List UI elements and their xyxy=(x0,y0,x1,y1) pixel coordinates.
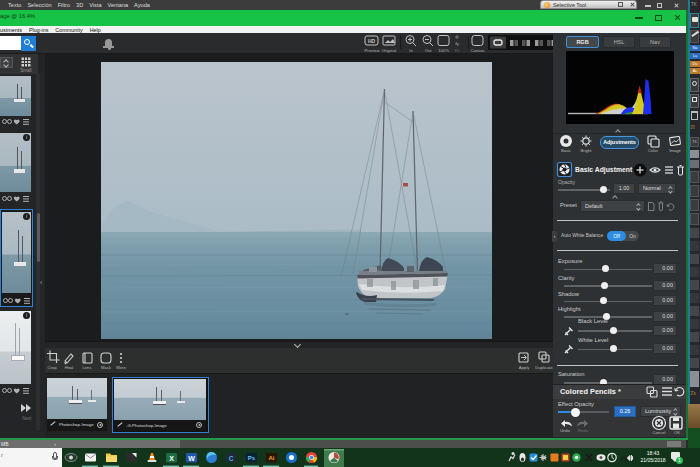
svg-text:Heal: Heal xyxy=(65,365,74,370)
svg-text:Apply: Apply xyxy=(519,365,530,370)
svg-text:X: X xyxy=(169,455,174,462)
svg-text:Fit: Fit xyxy=(455,48,460,53)
svg-text:Duplicate: Duplicate xyxy=(535,365,553,370)
svg-text:C: C xyxy=(229,455,234,462)
svg-text:Crop: Crop xyxy=(47,365,57,370)
svg-text:More: More xyxy=(116,365,126,370)
svg-text:Original: Original xyxy=(382,48,396,53)
svg-text:Preview: Preview xyxy=(365,48,381,53)
svg-text:Mask: Mask xyxy=(101,365,112,370)
svg-text:Out: Out xyxy=(425,48,433,53)
svg-text:100%: 100% xyxy=(438,48,449,53)
svg-text:Canvas: Canvas xyxy=(470,48,484,53)
svg-text:In: In xyxy=(409,48,413,53)
svg-text:HD: HD xyxy=(368,38,376,44)
svg-text:Lens: Lens xyxy=(82,365,91,370)
svg-text:Ps: Ps xyxy=(248,455,256,461)
svg-text:Ai: Ai xyxy=(269,455,275,461)
svg-text:W: W xyxy=(188,455,195,462)
